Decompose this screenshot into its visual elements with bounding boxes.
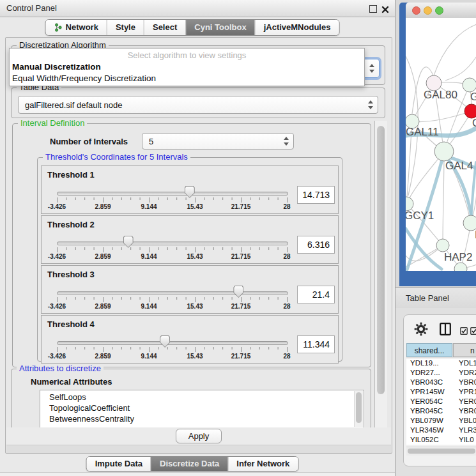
- table-row[interactable]: YER054CYER0: [406, 397, 476, 406]
- cell-name: YER0: [459, 397, 476, 406]
- zoom-traffic-light[interactable]: [435, 6, 443, 15]
- number-of-intervals-value: 5: [149, 134, 153, 149]
- tick-label: 15.43: [187, 353, 203, 360]
- threshold-value-field[interactable]: 14.713: [297, 186, 335, 204]
- table-row[interactable]: YBL079WYBL0: [406, 416, 476, 426]
- scrollbar-thumb[interactable]: [377, 126, 385, 394]
- panel-scrollbar[interactable]: [374, 121, 387, 427]
- network-window-titlebar: [406, 3, 476, 19]
- checkbox-icon[interactable]: [470, 326, 476, 337]
- scrollbar-thumb[interactable]: [356, 392, 362, 423]
- cell-shared-name: YIL052C: [410, 435, 439, 445]
- table-data-combobox[interactable]: galFiltered.sif default node: [18, 96, 378, 114]
- close-icon[interactable]: [381, 4, 389, 16]
- table-row[interactable]: YLR345WYLR3: [406, 426, 476, 435]
- network-node[interactable]: [434, 142, 454, 161]
- cell-name: YBR0: [459, 378, 476, 387]
- table-row[interactable]: YBR043CYBR0: [406, 378, 476, 387]
- network-node[interactable]: [464, 104, 476, 118]
- tick-label: 2.859: [95, 353, 111, 360]
- tab-network[interactable]: Network: [46, 20, 107, 35]
- table-panel-title: Table Panel: [406, 288, 449, 308]
- split-columns-icon[interactable]: [440, 323, 451, 338]
- numerical-attributes-label: Numerical Attributes: [31, 377, 112, 387]
- number-of-intervals-combobox[interactable]: 5: [142, 133, 294, 150]
- scrollbar-thumb[interactable]: [408, 449, 475, 454]
- table-row[interactable]: YPR145WYPR1: [406, 387, 476, 397]
- tab-select[interactable]: Select: [144, 20, 185, 35]
- tab-jactivemnodules[interactable]: jActiveMNodules: [255, 20, 339, 35]
- tab-cyni-toolbox[interactable]: Cyni Toolbox: [185, 20, 254, 35]
- gear-icon[interactable]: [414, 322, 428, 339]
- threshold-label: Threshold 4: [47, 319, 95, 329]
- cyni-toolbox-panel: Discretization Algorithm Select algorith…: [5, 37, 392, 454]
- cell-name: YPR1: [459, 387, 476, 397]
- minimize-traffic-light[interactable]: [424, 6, 432, 15]
- column-header[interactable]: n: [453, 343, 476, 357]
- tab-impute-data[interactable]: Impute Data: [87, 457, 151, 471]
- float-window-icon[interactable]: [369, 5, 377, 13]
- table-row[interactable]: YBR045CYBR0: [406, 406, 476, 416]
- network-node[interactable]: [463, 78, 476, 92]
- slider-track[interactable]: [57, 291, 288, 295]
- cell-shared-name: YPR145W: [410, 387, 445, 397]
- cell-shared-name: YDL19...: [410, 358, 439, 368]
- table-header-row: shared... n: [406, 343, 476, 358]
- popup-item[interactable]: Manual Discretization: [10, 61, 364, 73]
- tick-label: 15.43: [187, 203, 203, 210]
- cell-shared-name: YDR27...: [410, 368, 440, 378]
- network-node[interactable]: [406, 197, 413, 211]
- threshold-label: Threshold 3: [47, 270, 95, 279]
- cell-shared-name: YBL079W: [410, 416, 443, 426]
- popup-item[interactable]: Equal Width/Frequency Discretization: [10, 73, 364, 84]
- threshold-value-field[interactable]: 11.344: [297, 335, 335, 353]
- tab-discretize-data[interactable]: Discretize Data: [151, 457, 227, 471]
- network-node-label: GAL80: [424, 89, 457, 101]
- tick-label: 15.43: [187, 253, 203, 260]
- tick-label: 21.715: [231, 303, 251, 310]
- group-label: Threshold's Coordinates for 5 Intervals: [43, 153, 190, 162]
- number-of-intervals-label: Number of Intervals: [50, 137, 128, 146]
- network-node[interactable]: [436, 239, 449, 252]
- threshold-label: Threshold 2: [47, 220, 95, 229]
- slider-track[interactable]: [57, 192, 288, 196]
- apply-button[interactable]: Apply: [176, 429, 222, 443]
- slider-track[interactable]: [57, 341, 288, 345]
- table-row[interactable]: YIL052CYIL0: [406, 435, 476, 445]
- network-node[interactable]: [463, 215, 476, 231]
- tick-label: 28: [283, 203, 290, 210]
- network-canvas[interactable]: GAL80GACGAL11GAL4GCY1HHAP2: [406, 18, 476, 271]
- app-root: Control Panel NetworkStyleSelectCyni Too…: [0, 0, 476, 476]
- slider-track[interactable]: [57, 242, 288, 245]
- network-node-label: HAP2: [444, 251, 472, 263]
- column-header[interactable]: shared...: [406, 343, 452, 357]
- tab-style[interactable]: Style: [107, 20, 144, 35]
- cell-shared-name: YBR043C: [410, 378, 443, 387]
- group-attributes: Attributes to discretize Numerical Attri…: [11, 369, 371, 429]
- combobox-stepper-icon: [369, 64, 374, 73]
- threshold-value-field[interactable]: 6.316: [297, 236, 335, 254]
- table-panel-body: shared... n YDL19...YDL1YDR27...YDR2YBR0…: [395, 308, 476, 476]
- table-row[interactable]: YDR27...YDR2: [406, 368, 476, 378]
- slider-ticks: [57, 347, 288, 353]
- slider-thumb[interactable]: [185, 186, 195, 198]
- slider-thumb[interactable]: [160, 335, 170, 348]
- checkbox-icon[interactable]: [460, 326, 468, 337]
- threshold-value-field[interactable]: 21.4: [297, 286, 335, 303]
- network-node[interactable]: [454, 263, 467, 271]
- close-traffic-light[interactable]: [412, 6, 420, 15]
- threshold-label: Threshold 1: [47, 170, 95, 180]
- table-row[interactable]: YDL19...YDL1: [406, 358, 476, 368]
- list-scrollbar[interactable]: [354, 391, 363, 427]
- slider-thumb[interactable]: [233, 286, 243, 298]
- tick-label: 9.144: [141, 353, 157, 360]
- list-item[interactable]: SelfLoops: [40, 392, 364, 403]
- tab-infer-network[interactable]: Infer Network: [227, 457, 298, 471]
- list-item[interactable]: TopologicalCoefficient: [40, 403, 364, 413]
- table-horizontal-scrollbar[interactable]: [406, 447, 476, 456]
- tick-label: 28: [283, 253, 290, 260]
- slider-thumb[interactable]: [123, 236, 134, 248]
- cell-shared-name: YLR345W: [410, 426, 443, 435]
- network-node-label: GAL4: [445, 160, 473, 172]
- list-item[interactable]: BetweennessCentrality: [40, 413, 364, 424]
